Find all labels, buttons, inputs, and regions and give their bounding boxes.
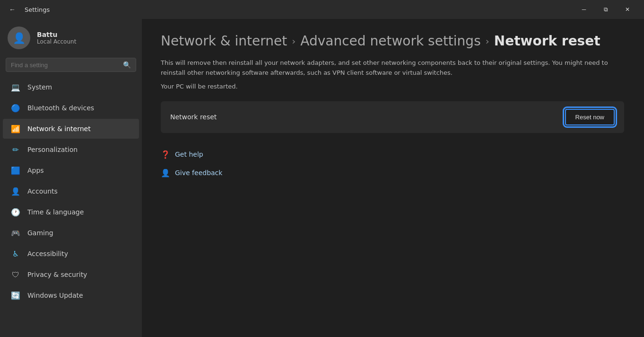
get-help-label: Get help: [175, 151, 203, 158]
breadcrumb-current: Network reset: [494, 33, 600, 49]
get-help-link[interactable]: ❓ Get help: [161, 146, 625, 163]
search-container: 🔍: [0, 55, 142, 77]
restart-note: Your PC will be restarted.: [161, 83, 625, 90]
time-icon: 🕐: [10, 207, 21, 217]
sidebar-item-personalization[interactable]: ✏️ Personalization: [3, 140, 139, 160]
accessibility-icon: ♿: [10, 248, 21, 259]
sidebar-item-time[interactable]: 🕐 Time & language: [3, 202, 139, 222]
sidebar-item-accessibility[interactable]: ♿ Accessibility: [3, 244, 139, 264]
sidebar-item-accounts[interactable]: 👤 Accounts: [3, 181, 139, 201]
sidebar-item-bluetooth[interactable]: 🔵 Bluetooth & devices: [3, 98, 139, 118]
gaming-icon: 🎮: [10, 228, 21, 238]
close-button[interactable]: ✕: [617, 2, 638, 17]
sidebar-item-time-label: Time & language: [27, 208, 84, 216]
network-reset-label: Network reset: [170, 113, 217, 121]
get-help-icon: ❓: [161, 150, 170, 159]
sidebar-item-privacy-label: Privacy & security: [27, 271, 87, 278]
give-feedback-link[interactable]: 👤 Give feedback: [161, 165, 625, 181]
minimize-button[interactable]: ─: [573, 2, 595, 17]
username: Battu: [37, 31, 76, 38]
titlebar: ← Settings ─ ⧉ ✕: [0, 0, 644, 19]
account-type: Local Account: [37, 38, 76, 45]
sidebar-item-apps-label: Apps: [27, 167, 44, 174]
breadcrumb-separator1: ›: [292, 35, 296, 47]
page-description: This will remove then reinstall all your…: [161, 58, 624, 78]
network-icon: 📶: [10, 124, 21, 134]
sidebar: 👤 Battu Local Account 🔍 💻 System 🔵 Bluet…: [0, 19, 142, 337]
sidebar-item-system[interactable]: 💻 System: [3, 77, 139, 97]
sidebar-item-accounts-label: Accounts: [27, 187, 58, 195]
window-controls: ─ ⧉ ✕: [573, 2, 638, 17]
breadcrumb-separator2: ›: [486, 35, 489, 47]
content-area: Network & internet › Advanced network se…: [142, 19, 644, 337]
sidebar-item-accessibility-label: Accessibility: [27, 250, 68, 257]
bluetooth-icon: 🔵: [10, 103, 21, 113]
search-box[interactable]: 🔍: [6, 58, 136, 72]
reset-now-button[interactable]: Reset now: [565, 109, 615, 125]
system-icon: 💻: [10, 82, 21, 92]
give-feedback-icon: 👤: [161, 168, 170, 177]
network-reset-card: Network reset Reset now: [161, 101, 624, 133]
sidebar-item-gaming[interactable]: 🎮 Gaming: [3, 223, 139, 243]
accounts-icon: 👤: [10, 186, 21, 196]
user-profile[interactable]: 👤 Battu Local Account: [0, 19, 142, 55]
update-icon: 🔄: [10, 290, 21, 301]
personalization-icon: ✏️: [10, 144, 21, 155]
avatar: 👤: [8, 27, 30, 49]
app-title: Settings: [25, 6, 50, 13]
breadcrumb-part2[interactable]: Advanced network settings: [300, 33, 480, 49]
search-icon: 🔍: [123, 61, 131, 69]
sidebar-item-bluetooth-label: Bluetooth & devices: [27, 104, 94, 112]
restore-button[interactable]: ⧉: [595, 2, 617, 17]
sidebar-item-privacy[interactable]: 🛡 Privacy & security: [3, 265, 139, 284]
sidebar-item-network-label: Network & internet: [27, 125, 91, 133]
give-feedback-label: Give feedback: [175, 169, 222, 177]
apps-icon: 🟦: [10, 165, 21, 176]
sidebar-item-personalization-label: Personalization: [27, 146, 78, 153]
sidebar-item-apps[interactable]: 🟦 Apps: [3, 160, 139, 180]
privacy-icon: 🛡: [10, 269, 21, 280]
sidebar-item-update[interactable]: 🔄 Windows Update: [3, 285, 139, 305]
sidebar-item-update-label: Windows Update: [27, 292, 83, 299]
sidebar-item-network[interactable]: 📶 Network & internet: [3, 119, 139, 139]
breadcrumb: Network & internet › Advanced network se…: [161, 33, 625, 49]
breadcrumb-part1[interactable]: Network & internet: [161, 33, 287, 49]
back-button[interactable]: ←: [6, 3, 19, 16]
user-info: Battu Local Account: [37, 31, 76, 45]
sidebar-item-gaming-label: Gaming: [27, 229, 53, 237]
search-input[interactable]: [11, 62, 119, 69]
sidebar-item-system-label: System: [27, 83, 52, 91]
